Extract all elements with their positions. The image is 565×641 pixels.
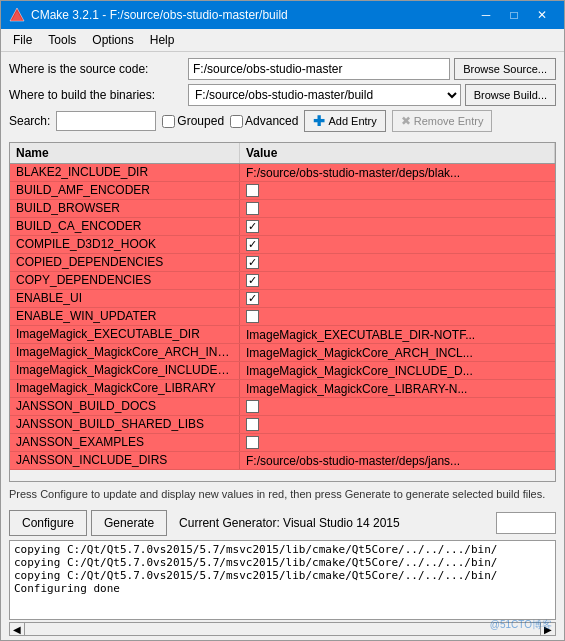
menu-file[interactable]: File — [5, 31, 40, 49]
cell-name: JANSSON_BUILD_SHARED_LIBS — [10, 416, 240, 433]
cell-value — [240, 200, 555, 217]
advanced-checkbox-label[interactable]: Advanced — [230, 114, 298, 128]
cell-name: BLAKE2_INCLUDE_DIR — [10, 164, 240, 181]
table-row[interactable]: JANSSON_INCLUDE_DIRSF:/source/obs-studio… — [10, 452, 555, 470]
generator-label: Current Generator: Visual Studio 14 2015 — [171, 516, 492, 530]
cell-value — [240, 416, 555, 433]
cell-name: COMPILE_D3D12_HOOK — [10, 236, 240, 253]
checkbox-value[interactable]: ✓ — [246, 292, 259, 305]
col-name: Name — [10, 143, 240, 163]
scroll-right-btn[interactable]: ▶ — [540, 622, 556, 636]
cmake-icon — [9, 7, 25, 23]
generate-button[interactable]: Generate — [91, 510, 167, 536]
table-row[interactable]: ImageMagick_EXECUTABLE_DIRImageMagick_EX… — [10, 326, 555, 344]
plus-icon: ✚ — [313, 113, 325, 129]
build-label: Where to build the binaries: — [9, 88, 184, 102]
browse-source-button[interactable]: Browse Source... — [454, 58, 556, 80]
scroll-track[interactable] — [25, 622, 540, 636]
cell-name: BUILD_AMF_ENCODER — [10, 182, 240, 199]
status-text: Press Configure to update and display ne… — [1, 482, 564, 506]
cell-name: BUILD_BROWSER — [10, 200, 240, 217]
checkbox-value[interactable] — [246, 400, 259, 413]
minimize-button[interactable]: ─ — [472, 5, 500, 25]
search-input[interactable] — [56, 111, 156, 131]
checkbox-value[interactable] — [246, 184, 259, 197]
table-row[interactable]: JANSSON_BUILD_DOCS — [10, 398, 555, 416]
cell-name: ImageMagick_MagickCore_LIBRARY — [10, 380, 240, 397]
table-row[interactable]: BLAKE2_INCLUDE_DIRF:/source/obs-studio-m… — [10, 164, 555, 182]
log-line: Configuring done — [14, 582, 551, 595]
checkbox-value[interactable]: ✓ — [246, 220, 259, 233]
cell-name: COPY_DEPENDENCIES — [10, 272, 240, 289]
cell-value: F:/source/obs-studio-master/deps/blak... — [240, 164, 555, 181]
add-entry-button[interactable]: ✚ Add Entry — [304, 110, 385, 132]
menu-bar: File Tools Options Help — [1, 29, 564, 52]
cell-name: ImageMagick_EXECUTABLE_DIR — [10, 326, 240, 343]
log-line: copying C:/Qt/Qt5.7.0vs2015/5.7/msvc2015… — [14, 543, 551, 556]
grouped-checkbox-label[interactable]: Grouped — [162, 114, 224, 128]
col-value: Value — [240, 143, 555, 163]
cell-value: ImageMagick_EXECUTABLE_DIR-NOTF... — [240, 326, 555, 343]
source-input[interactable] — [188, 58, 450, 80]
cell-name: COPIED_DEPENDENCIES — [10, 254, 240, 271]
checkbox-value[interactable]: ✓ — [246, 238, 259, 251]
checkbox-value[interactable]: ✓ — [246, 256, 259, 269]
remove-entry-button[interactable]: ✖ Remove Entry — [392, 110, 493, 132]
cell-value: ImageMagick_MagickCore_INCLUDE_D... — [240, 362, 555, 379]
table-row[interactable]: ENABLE_WIN_UPDATER — [10, 308, 555, 326]
cell-name: JANSSON_INCLUDE_DIRS — [10, 452, 240, 469]
table-row[interactable]: COMPILE_D3D12_HOOK✓ — [10, 236, 555, 254]
close-button[interactable]: ✕ — [528, 5, 556, 25]
menu-tools[interactable]: Tools — [40, 31, 84, 49]
table-row[interactable]: BUILD_BROWSER — [10, 200, 555, 218]
table-row[interactable]: JANSSON_EXAMPLES — [10, 434, 555, 452]
cell-name: ENABLE_UI — [10, 290, 240, 307]
table-row[interactable]: ImageMagick_MagickCore_ARCH_INCLUD...Ima… — [10, 344, 555, 362]
cell-name: JANSSON_EXAMPLES — [10, 434, 240, 451]
checkbox-value[interactable] — [246, 310, 259, 323]
cell-value: ✓ — [240, 272, 555, 289]
table-row[interactable]: BUILD_AMF_ENCODER — [10, 182, 555, 200]
action-buttons: Configure Generate Current Generator: Vi… — [1, 506, 564, 540]
cell-name: ImageMagick_MagickCore_INCLUDE_DIR — [10, 362, 240, 379]
log-line: copying C:/Qt/Qt5.7.0vs2015/5.7/msvc2015… — [14, 556, 551, 569]
advanced-checkbox[interactable] — [230, 115, 243, 128]
x-icon: ✖ — [401, 114, 411, 128]
checkbox-value[interactable] — [246, 418, 259, 431]
log-line: copying C:/Qt/Qt5.7.0vs2015/5.7/msvc2015… — [14, 569, 551, 582]
cell-value: ✓ — [240, 290, 555, 307]
build-select[interactable]: F:/source/obs-studio-master/build — [188, 84, 461, 106]
table-row[interactable]: JANSSON_BUILD_SHARED_LIBS — [10, 416, 555, 434]
table-row[interactable]: ImageMagick_MagickCore_LIBRARYImageMagic… — [10, 380, 555, 398]
menu-help[interactable]: Help — [142, 31, 183, 49]
table-row[interactable]: ENABLE_UI✓ — [10, 290, 555, 308]
grouped-checkbox[interactable] — [162, 115, 175, 128]
entries-table: Name Value BLAKE2_INCLUDE_DIRF:/source/o… — [9, 142, 556, 482]
log-content[interactable]: copying C:/Qt/Qt5.7.0vs2015/5.7/msvc2015… — [10, 541, 555, 619]
horizontal-scrollbar[interactable]: ◀ ▶ — [9, 622, 556, 636]
checkbox-value[interactable] — [246, 202, 259, 215]
generator-input[interactable] — [496, 512, 556, 534]
checkbox-value[interactable] — [246, 436, 259, 449]
browse-build-button[interactable]: Browse Build... — [465, 84, 556, 106]
search-label: Search: — [9, 114, 50, 128]
configure-button[interactable]: Configure — [9, 510, 87, 536]
table-row[interactable]: ImageMagick_MagickCore_INCLUDE_DIRImageM… — [10, 362, 555, 380]
maximize-button[interactable]: □ — [500, 5, 528, 25]
table-row[interactable]: BUILD_CA_ENCODER✓ — [10, 218, 555, 236]
cell-name: ImageMagick_MagickCore_ARCH_INCLUD... — [10, 344, 240, 361]
cell-name: ENABLE_WIN_UPDATER — [10, 308, 240, 325]
checkbox-value[interactable]: ✓ — [246, 274, 259, 287]
log-area: copying C:/Qt/Qt5.7.0vs2015/5.7/msvc2015… — [9, 540, 556, 620]
cell-value: ✓ — [240, 254, 555, 271]
table-row[interactable]: COPY_DEPENDENCIES✓ — [10, 272, 555, 290]
window-title: CMake 3.2.1 - F:/source/obs-studio-maste… — [31, 8, 288, 22]
cell-value: ✓ — [240, 236, 555, 253]
cell-value — [240, 398, 555, 415]
table-body[interactable]: BLAKE2_INCLUDE_DIRF:/source/obs-studio-m… — [10, 164, 555, 481]
cell-value — [240, 308, 555, 325]
menu-options[interactable]: Options — [84, 31, 141, 49]
scroll-left-btn[interactable]: ◀ — [9, 622, 25, 636]
cell-value — [240, 182, 555, 199]
table-row[interactable]: COPIED_DEPENDENCIES✓ — [10, 254, 555, 272]
